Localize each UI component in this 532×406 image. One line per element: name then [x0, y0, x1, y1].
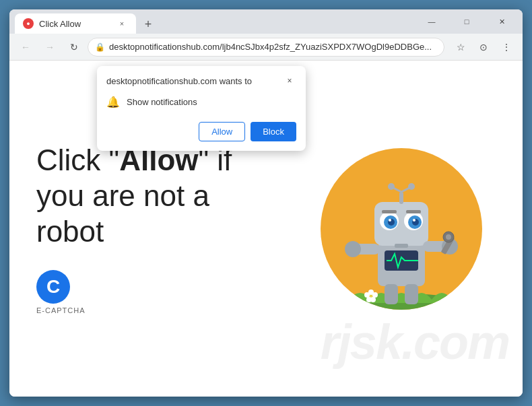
- profile-button[interactable]: ⊙: [473, 36, 494, 58]
- forward-button[interactable]: →: [39, 36, 61, 58]
- captcha-letter: C: [46, 276, 60, 298]
- bookmark-button[interactable]: ☆: [450, 36, 471, 58]
- allow-button[interactable]: Allow: [199, 122, 245, 141]
- svg-rect-19: [406, 210, 421, 213]
- refresh-button[interactable]: ↻: [63, 36, 85, 58]
- menu-button[interactable]: ⋮: [496, 36, 517, 58]
- captcha-area: C E-CAPTCHA: [36, 270, 307, 314]
- svg-point-6: [370, 297, 376, 302]
- svg-rect-20: [399, 192, 403, 204]
- heading-line3: robot: [36, 214, 307, 250]
- svg-rect-34: [405, 284, 418, 304]
- new-tab-button[interactable]: +: [139, 15, 158, 34]
- tab-title: Click Allow: [39, 19, 81, 29]
- popup-option: 🔔 Show notifications: [97, 92, 306, 116]
- left-content: Click "Allow" if you are not a robot C E…: [36, 143, 307, 314]
- maximize-button[interactable]: □: [451, 9, 482, 34]
- address-bar[interactable]: 🔒 desktopnotificationshub.com/ljb4ncSJbx…: [88, 38, 444, 57]
- title-bar: ● Click Allow × + — □ ✕: [9, 9, 523, 34]
- svg-rect-25: [395, 244, 408, 248]
- svg-point-16: [389, 219, 391, 222]
- svg-point-24: [408, 183, 415, 190]
- popup-header-text: desktopnotificationshub.com wants to: [106, 76, 252, 86]
- window-controls: — □ ✕: [416, 9, 517, 34]
- close-button[interactable]: ✕: [486, 9, 517, 34]
- svg-rect-18: [382, 210, 397, 213]
- heading-line2: you are not a: [36, 178, 307, 214]
- main-heading: Click "Allow" if you are not a robot: [36, 143, 307, 249]
- captcha-logo: C: [36, 270, 70, 304]
- nav-bar: ← → ↻ 🔒 desktopnotificationshub.com/ljb4…: [9, 34, 523, 61]
- tab-close-button[interactable]: ×: [116, 18, 128, 30]
- active-tab[interactable]: ● Click Allow ×: [15, 13, 136, 34]
- robot-illustration: [321, 148, 482, 310]
- url-text: desktopnotificationshub.com/ljb4ncSJbx4p…: [109, 42, 437, 52]
- tab-favicon: ●: [23, 18, 34, 29]
- svg-point-4: [372, 292, 378, 298]
- minimize-button[interactable]: —: [416, 9, 447, 34]
- lock-icon: 🔒: [95, 42, 105, 52]
- popup-actions: Allow Block: [97, 116, 306, 151]
- browser-window: ● Click Allow × + — □ ✕ ← → ↻ 🔒 desktopn…: [9, 9, 523, 397]
- svg-point-32: [446, 234, 451, 240]
- nav-right-controls: ☆ ⊙ ⋮: [450, 36, 517, 58]
- notification-popup: desktopnotificationshub.com wants to × 🔔…: [97, 66, 306, 151]
- popup-option-label: Show notifications: [127, 97, 197, 107]
- robot-svg: [334, 162, 469, 310]
- svg-rect-33: [385, 284, 398, 304]
- block-button[interactable]: Block: [251, 122, 296, 141]
- captcha-label: E-CAPTCHA: [36, 306, 86, 314]
- back-button[interactable]: ←: [15, 36, 36, 58]
- robot-area: [307, 148, 496, 310]
- page-content: rjsk.com desktopnotificationshub.com wan…: [9, 61, 523, 397]
- svg-point-3: [364, 292, 370, 298]
- bell-icon: 🔔: [106, 96, 120, 108]
- tab-area: ● Click Allow × +: [15, 9, 408, 34]
- svg-point-27: [345, 241, 361, 257]
- watermark: rjsk.com: [321, 314, 509, 370]
- popup-close-button[interactable]: ×: [283, 74, 296, 88]
- popup-header: desktopnotificationshub.com wants to ×: [97, 66, 306, 92]
- svg-point-22: [388, 183, 395, 190]
- svg-point-17: [413, 219, 415, 222]
